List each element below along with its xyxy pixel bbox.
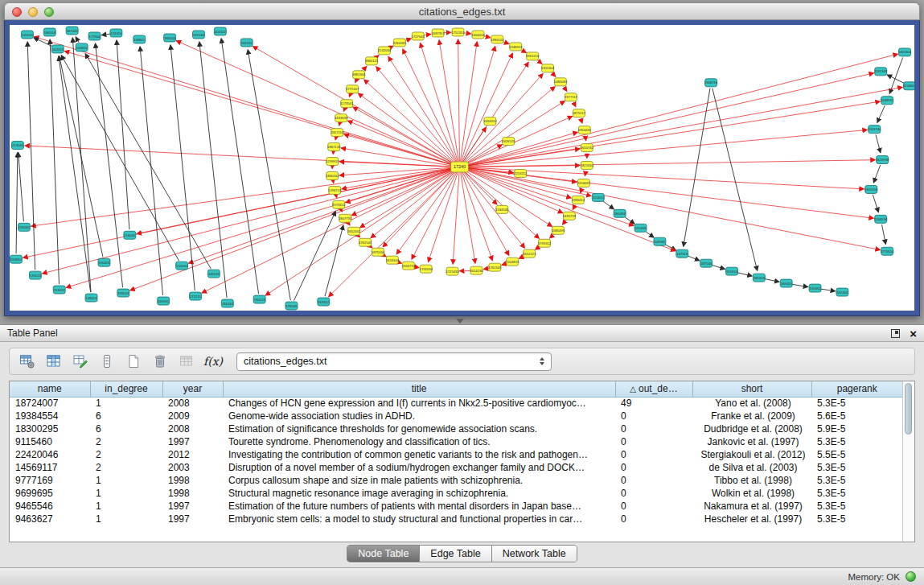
- table-cell-name[interactable]: 14569117: [10, 461, 90, 474]
- table-cell-year[interactable]: 2008: [162, 397, 223, 410]
- float-panel-icon[interactable]: [891, 329, 900, 338]
- table-cell-pagerank[interactable]: 5.3E-5: [811, 461, 902, 474]
- show-rows-button[interactable]: [96, 351, 118, 373]
- table-row[interactable]: 1456911722003Disruption of a novel membe…: [10, 461, 902, 474]
- graph-node[interactable]: 1926715: [402, 262, 416, 270]
- table-cell-short[interactable]: Yano et al. (2008): [692, 397, 811, 410]
- column-header-title[interactable]: title: [223, 381, 615, 397]
- table-cell-year[interactable]: 1998: [162, 487, 223, 500]
- table-cell-short[interactable]: Wolkin et al. (1998): [692, 487, 811, 500]
- graph-node[interactable]: 1811304: [898, 48, 912, 56]
- table-row[interactable]: 1830029562008Estimation of significance …: [10, 422, 902, 435]
- graph-node[interactable]: 192450: [836, 288, 848, 296]
- graph-node[interactable]: 1875217: [573, 109, 586, 117]
- table-row[interactable]: 969969511998Structural magnetic resonanc…: [10, 487, 902, 500]
- table-cell-year[interactable]: 1998: [162, 474, 223, 487]
- table-selector-dropdown[interactable]: citations_edges.txt: [236, 352, 552, 371]
- table-row[interactable]: 1872400712008Changes of HCN gene express…: [10, 397, 902, 410]
- column-header-name[interactable]: name: [10, 381, 90, 397]
- table-cell-pagerank[interactable]: 5.3E-5: [811, 474, 902, 487]
- graph-node[interactable]: 176549: [285, 302, 298, 310]
- table-cell-out_degree[interactable]: 49: [615, 397, 692, 410]
- table-cell-in_degree[interactable]: 1: [90, 474, 162, 487]
- graph-node[interactable]: 1821610: [581, 162, 594, 170]
- graph-node[interactable]: 1727641: [412, 32, 425, 40]
- graph-node[interactable]: 190423: [98, 258, 110, 266]
- graph-node[interactable]: 176123: [29, 271, 41, 279]
- table-cell-title[interactable]: Disruption of a novel member of a sodium…: [223, 461, 615, 474]
- graph-node[interactable]: 213046: [11, 142, 23, 150]
- graph-node[interactable]: 1986412: [572, 196, 585, 204]
- table-cell-year[interactable]: 1997: [162, 513, 223, 525]
- graph-node[interactable]: 1273541: [340, 100, 354, 108]
- table-cell-name[interactable]: 18724007: [10, 397, 90, 410]
- table-cell-title[interactable]: Genome-wide association studies in ADHD.: [223, 410, 615, 422]
- table-cell-in_degree[interactable]: 1: [90, 487, 162, 500]
- column-header-pagerank[interactable]: pagerank: [811, 381, 902, 397]
- table-cell-short[interactable]: Franke et al. (2009): [692, 410, 811, 422]
- graph-node[interactable]: 187544: [700, 259, 713, 267]
- graph-node[interactable]: 183104: [164, 34, 176, 42]
- graph-node[interactable]: 1860123: [365, 57, 379, 65]
- table-cell-short[interactable]: Nakamura et al. (1997): [692, 500, 811, 513]
- graph-node[interactable]: 115469: [634, 224, 647, 232]
- tab-edge-table[interactable]: Edge Table: [419, 546, 491, 562]
- graph-node[interactable]: 1197343: [874, 68, 888, 76]
- graph-node[interactable]: 1687351: [432, 29, 446, 37]
- table-cell-year[interactable]: 1997: [162, 435, 223, 448]
- table-settings-button[interactable]: [16, 351, 39, 373]
- table-cell-year[interactable]: 1997: [162, 500, 223, 513]
- graph-node[interactable]: 109965: [654, 237, 666, 245]
- table-cell-short[interactable]: Hescheler et al. (1997): [692, 513, 811, 525]
- graph-node[interactable]: 169420: [780, 279, 792, 287]
- graph-node[interactable]: 1793312: [538, 239, 552, 247]
- graph-node[interactable]: 167420: [66, 27, 78, 35]
- close-window-button[interactable]: [12, 7, 22, 17]
- graph-node[interactable]: 1761543: [488, 263, 502, 271]
- show-columns-button[interactable]: [43, 351, 65, 373]
- graph-node[interactable]: 169312: [318, 298, 330, 306]
- graph-node[interactable]: 1977117: [565, 93, 578, 101]
- table-cell-pagerank[interactable]: 5.5E-5: [811, 448, 902, 461]
- table-cell-year[interactable]: 2003: [162, 461, 223, 474]
- import-table-button[interactable]: [175, 351, 198, 373]
- splitter-handle-icon[interactable]: [456, 319, 464, 323]
- graph-node[interactable]: 195013: [21, 31, 33, 39]
- table-cell-short[interactable]: Stergiakouli et al. (2012): [692, 448, 811, 461]
- graph-node[interactable]: 177904: [88, 32, 101, 40]
- table-row[interactable]: 1938455462009Genome-wide association stu…: [10, 410, 902, 422]
- graph-node[interactable]: 205315: [240, 39, 253, 47]
- table-cell-out_degree[interactable]: 0: [615, 435, 692, 448]
- graph-node[interactable]: 1653144: [386, 256, 400, 264]
- table-cell-title[interactable]: Corpus callosum shape and size in male p…: [223, 474, 615, 487]
- graph-node[interactable]: 216065: [124, 231, 136, 239]
- graph-node[interactable]: 1792034: [420, 265, 433, 273]
- graph-node[interactable]: 1685493: [552, 226, 565, 234]
- graph-node[interactable]: 1664050: [471, 31, 485, 39]
- table-cell-in_degree[interactable]: 1: [90, 513, 162, 525]
- graph-node[interactable]: 17240: [451, 162, 469, 172]
- network-graph-canvas[interactable]: 1724018813041775147127354114336592057110…: [10, 25, 914, 311]
- table-cell-title[interactable]: Changes of HCN gene expression and I(f) …: [223, 397, 615, 410]
- graph-node[interactable]: 1433659: [335, 114, 348, 122]
- graph-node[interactable]: 2204097: [577, 179, 591, 187]
- function-builder-button[interactable]: f(x): [202, 351, 224, 373]
- graph-node[interactable]: 168821: [133, 35, 146, 43]
- graph-node[interactable]: 190810: [10, 255, 22, 263]
- table-cell-out_degree[interactable]: 0: [615, 422, 692, 435]
- minimize-window-button[interactable]: [28, 7, 38, 17]
- table-cell-name[interactable]: 19384554: [10, 410, 90, 422]
- table-cell-pagerank[interactable]: 5.3E-5: [811, 435, 902, 448]
- graph-node[interactable]: 181323: [753, 274, 765, 282]
- table-cell-out_degree[interactable]: 0: [615, 487, 692, 500]
- table-cell-title[interactable]: Structural magnetic resonance image aver…: [223, 487, 615, 500]
- table-cell-name[interactable]: 9465546: [10, 500, 90, 513]
- graph-node[interactable]: 1653553: [864, 185, 878, 193]
- panel-splitter[interactable]: [0, 316, 924, 324]
- graph-node[interactable]: 121610: [592, 193, 604, 201]
- graph-node[interactable]: 1948353: [509, 43, 523, 51]
- table-row[interactable]: 946554611997Estimation of the future num…: [10, 500, 902, 513]
- graph-node[interactable]: 1775147: [346, 85, 359, 93]
- table-row[interactable]: 911546021997Tourette syndrome. Phenomeno…: [10, 435, 902, 448]
- graph-node[interactable]: 1495759: [563, 212, 577, 220]
